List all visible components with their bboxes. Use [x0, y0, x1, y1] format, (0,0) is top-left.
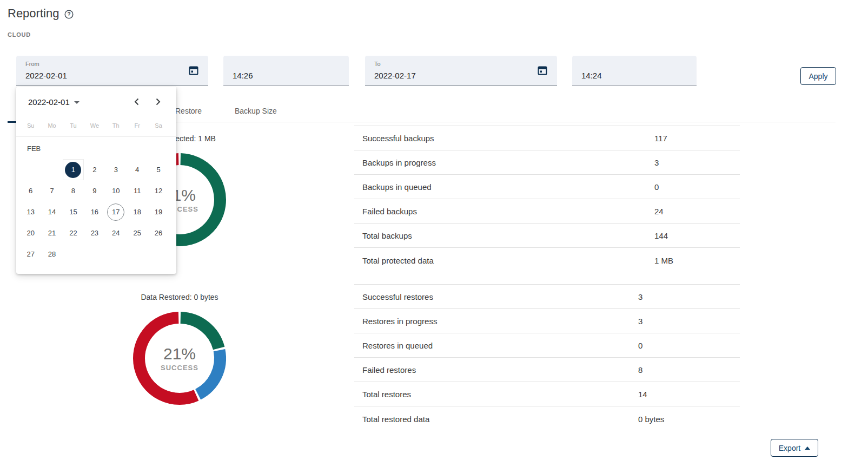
from-time-field[interactable]: 14:26 — [223, 56, 349, 86]
day-cell-18[interactable]: 18 — [127, 201, 148, 222]
stat-value: 0 — [638, 341, 642, 350]
to-field-value: 2022-02-17 — [374, 71, 416, 80]
from-field-value: 2022-02-01 — [25, 71, 67, 80]
stat-value: 3 — [654, 158, 659, 167]
stat-value: 117 — [654, 134, 667, 143]
calendar-month-label: FEB — [16, 144, 176, 153]
day-cell-12[interactable]: 12 — [148, 180, 169, 201]
day-cell-28[interactable]: 28 — [41, 244, 62, 265]
to-time-field[interactable]: 14:24 — [572, 56, 697, 86]
donut-segment-successful-restores — [181, 318, 219, 349]
day-cell-24[interactable]: 24 — [105, 222, 127, 244]
table-row: Total restores14 — [354, 382, 740, 406]
table-row: Failed backups24 — [354, 199, 740, 224]
help-icon[interactable]: ? — [64, 10, 74, 19]
restore-donut — [128, 307, 231, 410]
apply-button[interactable]: Apply — [800, 67, 836, 85]
caret-up-icon — [805, 446, 810, 450]
restore-donut-chart: Data Restored: 0 bytes 21% SUCCESS — [128, 292, 231, 410]
page-title: Reporting ? — [8, 6, 74, 21]
day-cell-3[interactable]: 3 — [105, 159, 127, 180]
day-cell-10[interactable]: 10 — [105, 180, 127, 201]
weekday-label: We — [84, 122, 105, 129]
stat-value: 8 — [638, 365, 642, 375]
day-cell-14[interactable]: 14 — [41, 201, 62, 222]
chevron-down-icon — [74, 101, 79, 104]
previous-month-button[interactable] — [130, 95, 143, 108]
day-cell-22[interactable]: 22 — [63, 222, 84, 244]
stat-label: Restores in progress — [362, 317, 437, 326]
table-row: Total protected data1 MB — [354, 248, 740, 272]
day-cell-7[interactable]: 7 — [41, 180, 62, 201]
day-cell-15[interactable]: 15 — [63, 201, 84, 222]
calendar-weekday-row: SuMoTuWeThFrSa — [16, 122, 176, 137]
day-cell-17[interactable]: 17 — [105, 201, 127, 222]
day-cell-5[interactable]: 5 — [148, 159, 169, 180]
table-row: Total backups144 — [354, 224, 740, 248]
day-cell-4[interactable]: 4 — [127, 159, 148, 180]
to-field-label: To — [374, 61, 381, 67]
to-date-field[interactable]: To 2022-02-17 — [365, 56, 557, 86]
table-row: Successful restores3 — [354, 285, 740, 309]
month-selector-button[interactable]: 2022-02-01 — [28, 97, 79, 107]
day-cell-1[interactable]: 1 — [63, 159, 84, 180]
weekday-label: Fr — [127, 122, 148, 129]
calendar-day-grid: 1234567891011121314151617181920212223242… — [16, 159, 176, 265]
stat-value: 144 — [654, 231, 668, 240]
day-cell-11[interactable]: 11 — [127, 180, 148, 201]
restore-chart-title: Data Restored: 0 bytes — [109, 292, 250, 303]
chevron-left-icon — [130, 95, 143, 108]
day-cell-19[interactable]: 19 — [148, 201, 169, 222]
reporting-page: Reporting ? CLOUD From 2022-02-01 14:26 … — [0, 0, 868, 473]
day-cell-26[interactable]: 26 — [148, 222, 169, 244]
month-selector-value: 2022-02-01 — [28, 97, 70, 107]
stat-value: 3 — [638, 317, 642, 326]
day-cell-6[interactable]: 6 — [20, 180, 41, 201]
table-row: Backups in progress3 — [354, 150, 740, 175]
date-picker-popup: 2022-02-01 SuMoTuWeThFrSa FEB 1234567891… — [16, 87, 176, 274]
stat-value: 1 MB — [654, 255, 673, 265]
stat-value: 24 — [654, 207, 664, 216]
export-button-label: Export — [779, 444, 800, 452]
section-label: CLOUD — [8, 31, 31, 38]
weekday-label: Th — [105, 122, 127, 129]
day-cell-20[interactable]: 20 — [20, 222, 41, 244]
stat-value: 3 — [638, 292, 642, 301]
tab-restore[interactable]: Restore — [175, 100, 202, 122]
stat-label: Backups in progress — [362, 158, 436, 167]
from-time-value: 14:26 — [233, 71, 253, 80]
day-cell-8[interactable]: 8 — [63, 180, 84, 201]
day-cell-23[interactable]: 23 — [84, 222, 105, 244]
stat-label: Total backups — [362, 231, 412, 240]
stat-label: Total restored data — [362, 414, 429, 423]
day-cell-21[interactable]: 21 — [41, 222, 62, 244]
from-date-field[interactable]: From 2022-02-01 — [16, 56, 208, 86]
day-cell-27[interactable]: 27 — [20, 244, 41, 265]
calendar-icon[interactable] — [188, 65, 199, 78]
day-cell-16[interactable]: 16 — [84, 201, 105, 222]
table-row: Restores in queued0 — [354, 333, 740, 358]
day-cell-2[interactable]: 2 — [84, 159, 105, 180]
stat-value: 0 — [654, 182, 659, 192]
svg-text:?: ? — [68, 11, 71, 17]
backup-stats-table: Successful backups117Backups in progress… — [354, 126, 740, 272]
stat-label: Failed backups — [362, 207, 417, 216]
stat-label: Backups in queued — [362, 182, 432, 192]
stats-section: Successful backups117Backups in progress… — [354, 126, 740, 431]
table-row: Total restored data0 bytes — [354, 406, 740, 431]
page-title-text: Reporting — [8, 6, 59, 21]
from-field-label: From — [25, 61, 39, 67]
next-month-button[interactable] — [151, 95, 164, 108]
day-cell-9[interactable]: 9 — [84, 180, 105, 201]
to-time-value: 14:24 — [581, 71, 602, 80]
table-row: Backups in queued0 — [354, 175, 740, 199]
calendar-icon[interactable] — [537, 65, 548, 78]
day-cell-13[interactable]: 13 — [20, 201, 41, 222]
day-cell-25[interactable]: 25 — [127, 222, 148, 244]
tab-backup-size[interactable]: Backup Size — [235, 100, 277, 122]
export-button[interactable]: Export — [771, 439, 818, 457]
stat-label: Total restores — [362, 390, 411, 399]
date-picker-header: 2022-02-01 — [16, 87, 176, 108]
donut-segment-restores-in-progress — [198, 350, 220, 395]
table-row: Successful backups117 — [354, 126, 740, 150]
